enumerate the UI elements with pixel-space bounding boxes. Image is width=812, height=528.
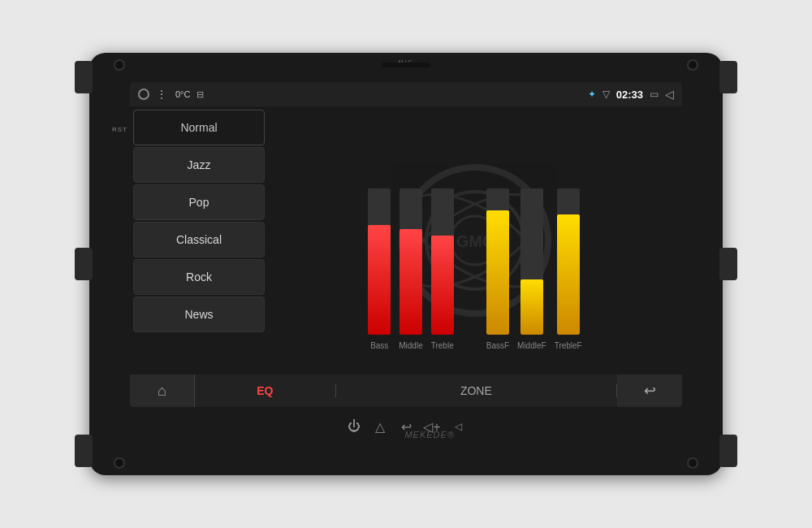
back-button[interactable]: ↩ bbox=[617, 374, 682, 407]
bar-label-middlef: MiddleF bbox=[517, 341, 546, 350]
bar-label-treblef: TrebleF bbox=[555, 341, 582, 350]
temperature-display: 0°C bbox=[175, 89, 190, 99]
back-button-icon: ↩ bbox=[644, 382, 656, 400]
screw-hole-bl bbox=[114, 457, 125, 469]
eq-mode-normal[interactable]: Normal bbox=[133, 110, 265, 145]
eq-tab-label: EQ bbox=[257, 384, 273, 397]
bar-fill-treblef bbox=[557, 214, 580, 335]
bottom-toolbar: ⌂ EQ ZONE ↩ bbox=[130, 374, 682, 407]
home-physical-button[interactable]: △ bbox=[367, 413, 393, 439]
bar-label-treble: Treble bbox=[431, 341, 454, 350]
bar-track-bassf[interactable] bbox=[486, 188, 509, 335]
main-content: Normal Jazz Pop Classical Rock News bbox=[130, 106, 682, 374]
screw-hole-br bbox=[687, 457, 698, 469]
eq-mode-jazz[interactable]: Jazz bbox=[133, 147, 265, 183]
screw-hole-tl bbox=[114, 59, 125, 71]
bar-fill-treble bbox=[431, 236, 454, 335]
bracket-tr bbox=[719, 61, 737, 93]
eq-mode-rock[interactable]: Rock bbox=[133, 259, 265, 295]
power-button[interactable]: ⏻ bbox=[341, 413, 367, 439]
bar-label-bassf: BassF bbox=[486, 341, 509, 350]
bracket-tl bbox=[75, 61, 93, 93]
bar-group-bass: Bass bbox=[368, 188, 391, 350]
zone-tab[interactable]: ZONE bbox=[336, 384, 617, 397]
bar-label-bass: Bass bbox=[370, 341, 388, 350]
bar-group-treble: Treble bbox=[431, 188, 454, 350]
back-nav-icon[interactable]: ◁ bbox=[665, 88, 674, 101]
screw-hole-tr bbox=[687, 59, 698, 71]
eq-mode-pop[interactable]: Pop bbox=[133, 184, 265, 220]
bluetooth-icon: ✦ bbox=[588, 89, 596, 100]
bottom-controls: ⏻ △ ↩ ◁+ ◁ MEKEDE® bbox=[325, 407, 487, 446]
bar-fill-bass bbox=[368, 225, 391, 335]
bar-fill-middlef bbox=[520, 279, 543, 335]
bracket-ml bbox=[75, 248, 93, 280]
brand-label: MEKEDE® bbox=[404, 430, 455, 439]
main-screen: ⋮ 0°C ⊟ ✦ ▽ 02:33 ▭ ◁ Normal Jazz bbox=[130, 82, 682, 407]
image-icon: ⊟ bbox=[197, 89, 204, 100]
bar-track-middlef[interactable] bbox=[520, 188, 543, 335]
eq-mode-classical[interactable]: Classical bbox=[133, 222, 265, 258]
bar-track-treble[interactable] bbox=[431, 188, 454, 335]
bar-group-treblef: TrebleF bbox=[555, 188, 582, 350]
bracket-mr bbox=[719, 248, 737, 280]
bar-fill-bassf bbox=[486, 210, 509, 335]
status-bar: ⋮ 0°C ⊟ ✦ ▽ 02:33 ▭ ◁ bbox=[130, 82, 682, 106]
eq-mode-menu: Normal Jazz Pop Classical Rock News bbox=[130, 106, 268, 374]
bar-label-middle: Middle bbox=[399, 341, 422, 350]
eq-mode-news[interactable]: News bbox=[133, 296, 265, 332]
bracket-br bbox=[719, 435, 737, 467]
car-unit: MIC RST ⋮ 0°C ⊟ ✦ ▽ 02:33 ▭ ◁ Normal bbox=[89, 53, 723, 475]
bar-group-middle: Middle bbox=[399, 188, 422, 350]
dots-menu-icon[interactable]: ⋮ bbox=[156, 88, 169, 101]
bracket-bl bbox=[75, 435, 93, 467]
bar-fill-middle bbox=[400, 229, 422, 335]
home-icon: ⌂ bbox=[158, 383, 166, 400]
circle-icon bbox=[138, 89, 149, 100]
bar-group-bassf: BassF bbox=[486, 188, 509, 350]
top-slot bbox=[382, 63, 430, 67]
bar-track-treblef[interactable] bbox=[557, 188, 580, 335]
eq-visualizer: GMC Bass Middle bbox=[268, 106, 682, 374]
eq-tab[interactable]: EQ bbox=[195, 384, 336, 397]
time-display: 02:33 bbox=[616, 89, 643, 101]
rst-label: RST bbox=[112, 126, 127, 133]
home-button[interactable]: ⌂ bbox=[130, 374, 195, 407]
zone-tab-label: ZONE bbox=[460, 384, 492, 397]
bar-group-middlef: MiddleF bbox=[517, 188, 546, 350]
eq-bars-container: Bass Middle Treble bbox=[368, 171, 581, 350]
status-right: ✦ ▽ 02:33 ▭ ◁ bbox=[588, 88, 674, 101]
wifi-icon: ▽ bbox=[603, 89, 610, 100]
bar-track-middle[interactable] bbox=[400, 188, 422, 335]
screen-icon: ▭ bbox=[650, 89, 659, 100]
bar-track-bass[interactable] bbox=[368, 188, 391, 335]
